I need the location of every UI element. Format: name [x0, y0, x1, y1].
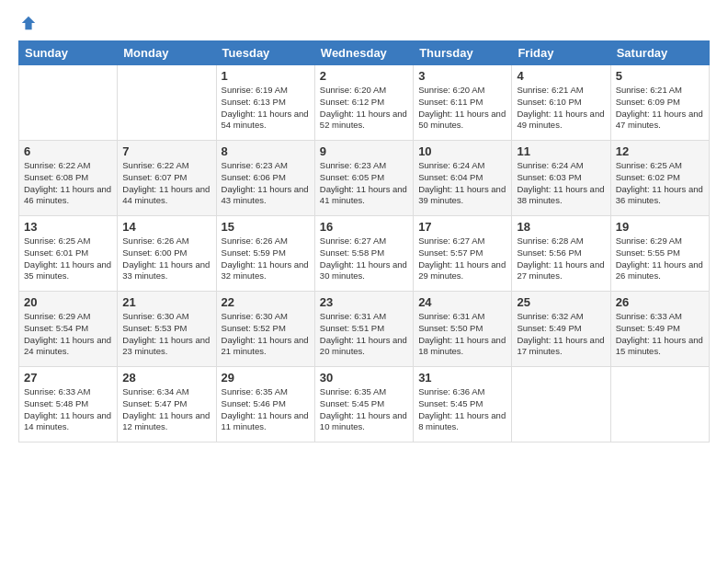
- cell-info: Sunrise: 6:36 AM Sunset: 5:45 PM Dayligh…: [418, 386, 506, 433]
- calendar-cell: 19Sunrise: 6:29 AM Sunset: 5:55 PM Dayli…: [610, 216, 709, 292]
- calendar-cell: [610, 367, 709, 442]
- day-number: 23: [320, 295, 408, 309]
- day-number: 4: [517, 69, 605, 83]
- cell-info: Sunrise: 6:23 AM Sunset: 6:06 PM Dayligh…: [222, 160, 310, 207]
- calendar-cell: 1Sunrise: 6:19 AM Sunset: 6:13 PM Daylig…: [216, 65, 314, 141]
- day-number: 9: [320, 144, 408, 158]
- cell-info: Sunrise: 6:21 AM Sunset: 6:10 PM Dayligh…: [517, 85, 605, 132]
- day-number: 25: [517, 295, 605, 309]
- cell-info: Sunrise: 6:35 AM Sunset: 5:46 PM Dayligh…: [222, 386, 310, 433]
- cell-info: Sunrise: 6:28 AM Sunset: 5:56 PM Dayligh…: [517, 236, 605, 282]
- cell-info: Sunrise: 6:22 AM Sunset: 6:07 PM Dayligh…: [122, 160, 210, 207]
- day-number: 15: [222, 220, 310, 234]
- day-number: 3: [418, 69, 506, 83]
- calendar-cell: 21Sunrise: 6:30 AM Sunset: 5:53 PM Dayli…: [118, 292, 216, 367]
- day-number: 16: [320, 220, 408, 234]
- cell-info: Sunrise: 6:33 AM Sunset: 5:48 PM Dayligh…: [24, 386, 112, 433]
- day-of-week-header: Saturday: [610, 41, 709, 65]
- calendar-cell: 7Sunrise: 6:22 AM Sunset: 6:07 PM Daylig…: [118, 141, 216, 216]
- cell-info: Sunrise: 6:29 AM Sunset: 5:55 PM Dayligh…: [616, 236, 704, 282]
- cell-info: Sunrise: 6:26 AM Sunset: 5:59 PM Dayligh…: [222, 236, 310, 282]
- calendar-cell: 3Sunrise: 6:20 AM Sunset: 6:11 PM Daylig…: [414, 65, 512, 141]
- day-number: 29: [222, 371, 310, 385]
- calendar-cell: 16Sunrise: 6:27 AM Sunset: 5:58 PM Dayli…: [314, 216, 413, 292]
- cell-info: Sunrise: 6:34 AM Sunset: 5:47 PM Dayligh…: [122, 386, 210, 433]
- day-number: 10: [418, 144, 506, 158]
- cell-info: Sunrise: 6:32 AM Sunset: 5:49 PM Dayligh…: [517, 311, 605, 358]
- day-number: 17: [418, 220, 506, 234]
- calendar-cell: [512, 367, 610, 442]
- cell-info: Sunrise: 6:31 AM Sunset: 5:50 PM Dayligh…: [418, 311, 506, 358]
- day-number: 28: [122, 371, 210, 385]
- calendar-cell: 10Sunrise: 6:24 AM Sunset: 6:04 PM Dayli…: [414, 141, 512, 216]
- cell-info: Sunrise: 6:24 AM Sunset: 6:03 PM Dayligh…: [517, 160, 605, 207]
- day-number: 8: [222, 144, 310, 158]
- cell-info: Sunrise: 6:23 AM Sunset: 6:05 PM Dayligh…: [320, 160, 408, 207]
- day-number: 19: [616, 220, 704, 234]
- cell-info: Sunrise: 6:26 AM Sunset: 6:00 PM Dayligh…: [122, 236, 210, 282]
- cell-info: Sunrise: 6:30 AM Sunset: 5:53 PM Dayligh…: [122, 311, 210, 358]
- day-number: 20: [24, 295, 112, 309]
- day-of-week-header: Tuesday: [216, 41, 314, 65]
- cell-info: Sunrise: 6:24 AM Sunset: 6:04 PM Dayligh…: [418, 160, 506, 207]
- logo: [18, 15, 37, 31]
- calendar-cell: 28Sunrise: 6:34 AM Sunset: 5:47 PM Dayli…: [118, 367, 216, 442]
- day-number: 31: [418, 371, 506, 385]
- day-of-week-header: Monday: [118, 41, 216, 65]
- day-number: 13: [24, 220, 112, 234]
- cell-info: Sunrise: 6:30 AM Sunset: 5:52 PM Dayligh…: [222, 311, 310, 358]
- calendar-cell: 18Sunrise: 6:28 AM Sunset: 5:56 PM Dayli…: [512, 216, 610, 292]
- day-of-week-header: Sunday: [19, 41, 118, 65]
- calendar-cell: 27Sunrise: 6:33 AM Sunset: 5:48 PM Dayli…: [19, 367, 118, 442]
- day-of-week-header: Thursday: [414, 41, 512, 65]
- day-number: 14: [122, 220, 210, 234]
- page: SundayMondayTuesdayWednesdayThursdayFrid…: [0, 0, 728, 563]
- header: [18, 15, 710, 31]
- calendar-cell: [19, 65, 118, 141]
- cell-info: Sunrise: 6:27 AM Sunset: 5:58 PM Dayligh…: [320, 236, 408, 282]
- day-number: 21: [122, 295, 210, 309]
- calendar-cell: 25Sunrise: 6:32 AM Sunset: 5:49 PM Dayli…: [512, 292, 610, 367]
- calendar-cell: 5Sunrise: 6:21 AM Sunset: 6:09 PM Daylig…: [610, 65, 709, 141]
- cell-info: Sunrise: 6:20 AM Sunset: 6:12 PM Dayligh…: [320, 85, 408, 132]
- day-number: 27: [24, 371, 112, 385]
- day-number: 26: [616, 295, 704, 309]
- calendar-cell: 9Sunrise: 6:23 AM Sunset: 6:05 PM Daylig…: [314, 141, 413, 216]
- svg-marker-0: [22, 17, 35, 29]
- cell-info: Sunrise: 6:27 AM Sunset: 5:57 PM Dayligh…: [418, 236, 506, 282]
- day-number: 5: [616, 69, 704, 83]
- cell-info: Sunrise: 6:22 AM Sunset: 6:08 PM Dayligh…: [24, 160, 112, 207]
- calendar-week-row: 13Sunrise: 6:25 AM Sunset: 6:01 PM Dayli…: [19, 216, 710, 292]
- calendar-cell: 4Sunrise: 6:21 AM Sunset: 6:10 PM Daylig…: [512, 65, 610, 141]
- cell-info: Sunrise: 6:20 AM Sunset: 6:11 PM Dayligh…: [418, 85, 506, 132]
- day-number: 24: [418, 295, 506, 309]
- cell-info: Sunrise: 6:33 AM Sunset: 5:49 PM Dayligh…: [616, 311, 704, 358]
- calendar-cell: 26Sunrise: 6:33 AM Sunset: 5:49 PM Dayli…: [610, 292, 709, 367]
- day-number: 11: [517, 144, 605, 158]
- day-number: 30: [320, 371, 408, 385]
- calendar-week-row: 6Sunrise: 6:22 AM Sunset: 6:08 PM Daylig…: [19, 141, 710, 216]
- calendar-week-row: 20Sunrise: 6:29 AM Sunset: 5:54 PM Dayli…: [19, 292, 710, 367]
- logo-icon: [20, 15, 37, 31]
- cell-info: Sunrise: 6:29 AM Sunset: 5:54 PM Dayligh…: [24, 311, 112, 358]
- calendar-table: SundayMondayTuesdayWednesdayThursdayFrid…: [18, 40, 710, 442]
- day-number: 12: [616, 144, 704, 158]
- calendar-cell: 8Sunrise: 6:23 AM Sunset: 6:06 PM Daylig…: [216, 141, 314, 216]
- calendar-cell: 23Sunrise: 6:31 AM Sunset: 5:51 PM Dayli…: [314, 292, 413, 367]
- calendar-cell: 24Sunrise: 6:31 AM Sunset: 5:50 PM Dayli…: [414, 292, 512, 367]
- calendar-cell: 15Sunrise: 6:26 AM Sunset: 5:59 PM Dayli…: [216, 216, 314, 292]
- calendar-cell: 13Sunrise: 6:25 AM Sunset: 6:01 PM Dayli…: [19, 216, 118, 292]
- day-number: 22: [222, 295, 310, 309]
- calendar-cell: 6Sunrise: 6:22 AM Sunset: 6:08 PM Daylig…: [19, 141, 118, 216]
- calendar-week-row: 27Sunrise: 6:33 AM Sunset: 5:48 PM Dayli…: [19, 367, 710, 442]
- cell-info: Sunrise: 6:25 AM Sunset: 6:02 PM Dayligh…: [616, 160, 704, 207]
- day-number: 7: [122, 144, 210, 158]
- calendar-cell: 30Sunrise: 6:35 AM Sunset: 5:45 PM Dayli…: [314, 367, 413, 442]
- cell-info: Sunrise: 6:21 AM Sunset: 6:09 PM Dayligh…: [616, 85, 704, 132]
- calendar-cell: [118, 65, 216, 141]
- day-header-row: SundayMondayTuesdayWednesdayThursdayFrid…: [19, 41, 710, 65]
- day-number: 18: [517, 220, 605, 234]
- cell-info: Sunrise: 6:25 AM Sunset: 6:01 PM Dayligh…: [24, 236, 112, 282]
- calendar-cell: 14Sunrise: 6:26 AM Sunset: 6:00 PM Dayli…: [118, 216, 216, 292]
- cell-info: Sunrise: 6:19 AM Sunset: 6:13 PM Dayligh…: [222, 85, 310, 132]
